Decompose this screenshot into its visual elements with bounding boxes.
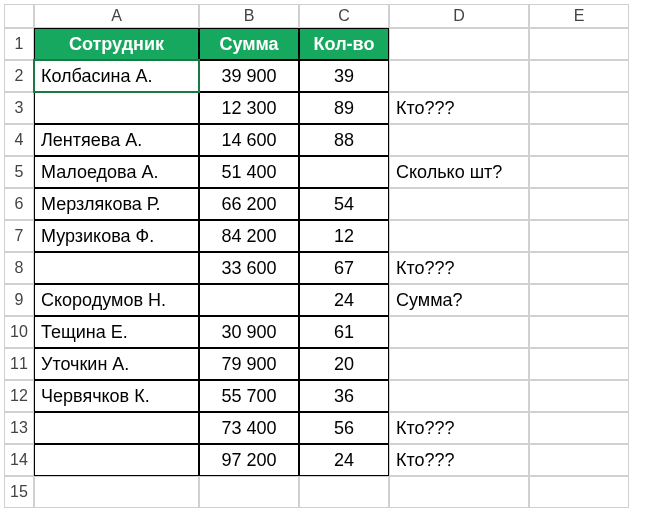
row-header[interactable]: 12 [4, 380, 34, 412]
cell-sum[interactable] [199, 284, 299, 316]
cell-note[interactable]: Кто??? [389, 444, 529, 476]
header-sum[interactable]: Сумма [199, 28, 299, 60]
cell-note[interactable]: Сумма? [389, 284, 529, 316]
cell-note[interactable]: Кто??? [389, 92, 529, 124]
cell-qty[interactable]: 67 [299, 252, 389, 284]
cell-sum[interactable]: 97 200 [199, 444, 299, 476]
cell-sum[interactable]: 55 700 [199, 380, 299, 412]
cell-employee[interactable] [34, 412, 199, 444]
cell[interactable] [389, 476, 529, 508]
cell[interactable] [529, 316, 629, 348]
cell-employee[interactable]: Лентяева А. [34, 124, 199, 156]
row-header[interactable]: 3 [4, 92, 34, 124]
cell-employee[interactable]: Уточкин А. [34, 348, 199, 380]
cell-employee[interactable]: Червячков К. [34, 380, 199, 412]
cell[interactable] [529, 252, 629, 284]
cell[interactable] [529, 156, 629, 188]
cell-qty[interactable]: 12 [299, 220, 389, 252]
cell-employee[interactable] [34, 252, 199, 284]
row-header[interactable]: 11 [4, 348, 34, 380]
cell-note[interactable] [389, 60, 529, 92]
col-header-b[interactable]: B [199, 4, 299, 28]
cell-note[interactable] [389, 124, 529, 156]
cell[interactable] [529, 124, 629, 156]
cell-qty[interactable]: 24 [299, 444, 389, 476]
cell-note[interactable]: Кто??? [389, 252, 529, 284]
cell[interactable] [529, 188, 629, 220]
cell-employee[interactable] [34, 92, 199, 124]
cell-note[interactable]: Сколько шт? [389, 156, 529, 188]
cell[interactable] [299, 476, 389, 508]
col-header-e[interactable]: E [529, 4, 629, 28]
cell-note[interactable]: Кто??? [389, 412, 529, 444]
cell-note[interactable] [389, 220, 529, 252]
header-qty[interactable]: Кол-во [299, 28, 389, 60]
row-header[interactable]: 1 [4, 28, 34, 60]
cell-qty[interactable]: 24 [299, 284, 389, 316]
cell-employee[interactable]: Мурзикова Ф. [34, 220, 199, 252]
row-header[interactable]: 13 [4, 412, 34, 444]
header-employee[interactable]: Сотрудник [34, 28, 199, 60]
cell-sum[interactable]: 79 900 [199, 348, 299, 380]
cell-qty[interactable]: 39 [299, 60, 389, 92]
cell-note[interactable] [389, 188, 529, 220]
row-header[interactable]: 4 [4, 124, 34, 156]
row-header[interactable]: 15 [4, 476, 34, 508]
cell-sum[interactable]: 66 200 [199, 188, 299, 220]
row-header[interactable]: 5 [4, 156, 34, 188]
row-header[interactable]: 8 [4, 252, 34, 284]
cell-employee[interactable]: Тещина Е. [34, 316, 199, 348]
cell[interactable] [529, 28, 629, 60]
col-header-d[interactable]: D [389, 4, 529, 28]
cell[interactable] [529, 476, 629, 508]
cell-sum[interactable]: 14 600 [199, 124, 299, 156]
select-all-corner[interactable] [4, 4, 34, 28]
cell-qty[interactable]: 54 [299, 188, 389, 220]
cell[interactable] [34, 476, 199, 508]
cell[interactable] [389, 28, 529, 60]
cell-qty[interactable] [299, 156, 389, 188]
cell-sum[interactable]: 84 200 [199, 220, 299, 252]
cell-qty[interactable]: 56 [299, 412, 389, 444]
cell-sum[interactable]: 51 400 [199, 156, 299, 188]
cell-sum[interactable]: 30 900 [199, 316, 299, 348]
cell-note[interactable] [389, 348, 529, 380]
cell[interactable] [529, 220, 629, 252]
row-header[interactable]: 7 [4, 220, 34, 252]
cell[interactable] [529, 412, 629, 444]
spreadsheet[interactable]: A B C D E 1 Сотрудник Сумма Кол-во 2 Кол… [4, 4, 642, 508]
cell-sum[interactable]: 33 600 [199, 252, 299, 284]
cell[interactable] [529, 444, 629, 476]
cell-employee[interactable] [34, 444, 199, 476]
cell-sum[interactable]: 39 900 [199, 60, 299, 92]
cell-employee[interactable]: Скородумов Н. [34, 284, 199, 316]
cell-qty[interactable]: 20 [299, 348, 389, 380]
cell-qty[interactable]: 36 [299, 380, 389, 412]
row-header[interactable]: 9 [4, 284, 34, 316]
cell[interactable] [529, 60, 629, 92]
row-header[interactable]: 2 [4, 60, 34, 92]
cell[interactable] [529, 380, 629, 412]
row-header[interactable]: 10 [4, 316, 34, 348]
cell-note[interactable] [389, 316, 529, 348]
row-header[interactable]: 6 [4, 188, 34, 220]
cell-qty[interactable]: 61 [299, 316, 389, 348]
cell-qty[interactable]: 89 [299, 92, 389, 124]
cell[interactable] [199, 476, 299, 508]
cell-qty[interactable]: 88 [299, 124, 389, 156]
cell-note[interactable] [389, 380, 529, 412]
cell-employee[interactable]: Колбасина А. [34, 60, 199, 92]
cell-sum[interactable]: 73 400 [199, 412, 299, 444]
cell[interactable] [529, 284, 629, 316]
cell[interactable] [529, 92, 629, 124]
col-header-a[interactable]: A [34, 4, 199, 28]
cell-sum[interactable]: 12 300 [199, 92, 299, 124]
row-header[interactable]: 14 [4, 444, 34, 476]
cell-employee[interactable]: Малоедова А. [34, 156, 199, 188]
cell-employee[interactable]: Мерзлякова Р. [34, 188, 199, 220]
cell[interactable] [529, 348, 629, 380]
col-header-c[interactable]: C [299, 4, 389, 28]
